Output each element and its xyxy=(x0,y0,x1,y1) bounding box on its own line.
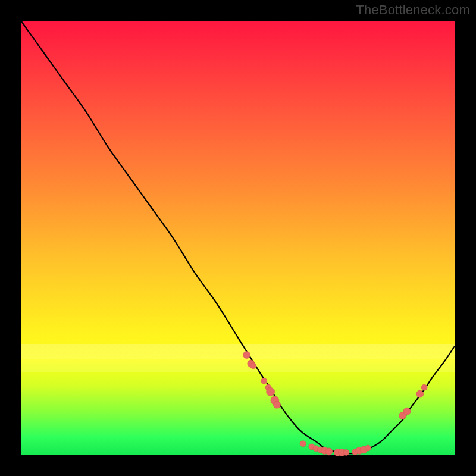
data-marker xyxy=(274,401,281,408)
data-markers xyxy=(243,352,427,456)
data-marker xyxy=(250,363,256,369)
watermark-text: TheBottleneck.com xyxy=(356,2,470,18)
data-marker xyxy=(325,448,333,455)
data-marker xyxy=(365,445,371,451)
data-marker xyxy=(243,352,250,359)
chart-frame: TheBottleneck.com xyxy=(0,0,476,476)
data-marker xyxy=(421,384,427,390)
data-marker xyxy=(403,408,411,415)
data-marker xyxy=(343,449,349,455)
data-marker xyxy=(261,378,267,384)
curve-path xyxy=(21,21,455,453)
data-marker xyxy=(267,387,275,396)
data-marker xyxy=(300,441,306,447)
bottleneck-curve xyxy=(21,21,455,455)
data-marker xyxy=(416,390,424,397)
plot-area xyxy=(21,21,455,455)
